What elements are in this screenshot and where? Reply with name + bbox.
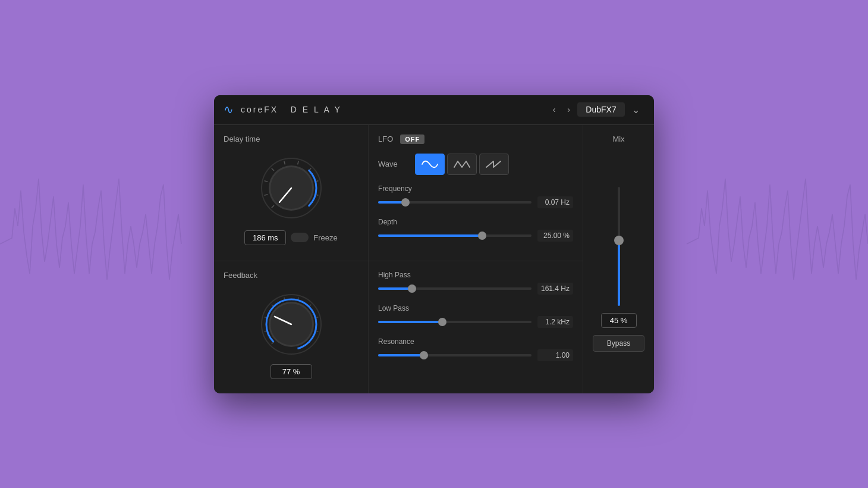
resonance-thumb[interactable] <box>420 351 428 359</box>
resonance-label: Resonance <box>378 337 573 346</box>
plugin-window: ∿ coreFX D E L A Y ‹ › DubFX7 ⌄ Delay ti… <box>214 95 654 393</box>
wave-triangle-button[interactable] <box>447 154 477 175</box>
high-pass-slider-row: 161.4 Hz <box>378 283 573 295</box>
delay-time-label: Delay time <box>224 134 260 143</box>
lfo-title: LFO <box>378 134 393 143</box>
nav-forward-button[interactable]: › <box>562 103 575 116</box>
mix-fader-container: 45 % Bypass <box>593 155 644 384</box>
high-pass-value: 161.4 Hz <box>537 283 573 295</box>
low-pass-slider-row: 1.2 kHz <box>378 316 573 328</box>
svg-line-1 <box>271 205 273 207</box>
freeze-label: Freeze <box>313 233 337 242</box>
svg-line-3 <box>264 180 268 182</box>
lfo-header: LFO OFF <box>378 134 573 144</box>
delay-time-section: Delay time <box>214 125 369 261</box>
high-pass-slider[interactable] <box>378 287 532 290</box>
mix-fader-fill <box>618 240 620 306</box>
feedback-value[interactable]: 77 % <box>271 364 312 379</box>
svg-line-5 <box>284 161 285 164</box>
resonance-group: Resonance 1.00 <box>378 337 573 361</box>
depth-label: Depth <box>378 218 573 226</box>
resonance-slider-row: 1.00 <box>378 349 573 361</box>
svg-line-2 <box>264 194 268 195</box>
depth-value: 25.00 % <box>537 230 573 242</box>
low-pass-group: Low Pass 1.2 kHz <box>378 304 573 328</box>
feedback-section: Feedback <box>214 261 369 393</box>
delay-time-knob[interactable] <box>259 155 324 221</box>
svg-line-4 <box>271 168 273 170</box>
frequency-group: Frequency 0.07 Hz <box>378 184 573 208</box>
frequency-thumb[interactable] <box>401 198 410 207</box>
high-pass-fill <box>378 287 412 290</box>
depth-group: Depth 25.00 % <box>378 218 573 242</box>
low-pass-value: 1.2 kHz <box>537 316 573 328</box>
feedback-label: Feedback <box>224 271 257 280</box>
header-dropdown-icon[interactable]: ⌄ <box>627 102 644 118</box>
mix-fader-thumb[interactable] <box>614 236 624 245</box>
resonance-slider[interactable] <box>378 354 532 356</box>
low-pass-slider[interactable] <box>378 321 532 323</box>
feedback-knob[interactable] <box>259 292 324 357</box>
plugin-brand: coreFX D E L A Y <box>241 105 342 114</box>
mix-value[interactable]: 45 % <box>601 313 637 328</box>
high-pass-thumb[interactable] <box>408 284 416 293</box>
wave-sawtooth-button[interactable] <box>479 154 509 175</box>
depth-fill <box>378 234 482 237</box>
plugin-header: ∿ coreFX D E L A Y ‹ › DubFX7 ⌄ <box>214 95 654 125</box>
low-pass-fill <box>378 321 442 323</box>
resonance-fill <box>378 354 424 356</box>
plugin-content: Delay time <box>214 125 654 393</box>
depth-slider-row: 25.00 % <box>378 230 573 242</box>
bypass-button[interactable]: Bypass <box>593 335 644 352</box>
wave-label: Wave <box>378 159 408 168</box>
resonance-value: 1.00 <box>537 349 573 361</box>
mix-label: Mix <box>612 134 624 143</box>
frequency-slider-row: 0.07 Hz <box>378 196 573 208</box>
logo-icon: ∿ <box>224 102 234 117</box>
nav-back-button[interactable]: ‹ <box>548 103 561 116</box>
wave-sine-button[interactable] <box>415 154 445 175</box>
frequency-slider[interactable] <box>378 201 532 204</box>
high-pass-label: High Pass <box>378 271 573 279</box>
lfo-off-button[interactable]: OFF <box>400 134 424 144</box>
mix-section: Mix 45 % Bypass <box>583 125 654 393</box>
freeze-toggle[interactable] <box>291 233 309 242</box>
preset-name[interactable]: DubFX7 <box>577 102 625 117</box>
svg-line-6 <box>297 161 298 164</box>
freeze-row: 186 ms Freeze <box>244 230 337 245</box>
low-pass-thumb[interactable] <box>438 318 446 326</box>
low-pass-label: Low Pass <box>378 304 573 312</box>
wave-row: Wave <box>378 154 573 175</box>
frequency-label: Frequency <box>378 184 573 193</box>
mix-fader-track[interactable] <box>618 187 620 306</box>
preset-navigation: ‹ › DubFX7 ⌄ <box>548 102 644 118</box>
lfo-section: LFO OFF Wave <box>369 125 583 261</box>
high-pass-group: High Pass 161.4 Hz <box>378 271 573 295</box>
wave-buttons <box>415 154 509 175</box>
depth-thumb[interactable] <box>478 232 486 240</box>
delay-time-value[interactable]: 186 ms <box>244 230 286 245</box>
filter-section: High Pass 161.4 Hz Low Pass <box>369 261 583 393</box>
frequency-value: 0.07 Hz <box>537 196 573 208</box>
delay-knob-container: 186 ms Freeze <box>244 155 337 245</box>
depth-slider[interactable] <box>378 234 532 237</box>
feedback-knob-container: 77 % <box>259 292 324 379</box>
